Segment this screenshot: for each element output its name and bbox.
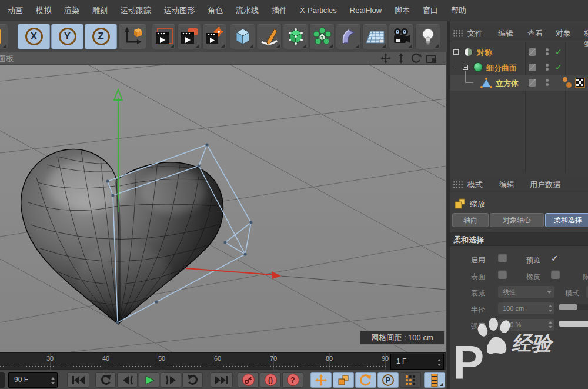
pan-view-icon[interactable] xyxy=(379,53,392,64)
key-parameter-button[interactable]: P xyxy=(377,372,399,388)
preview-checkbox[interactable]: ✓ xyxy=(551,253,559,264)
camera-button[interactable] xyxy=(389,24,414,49)
key-scale-button[interactable] xyxy=(333,372,354,388)
viewport-panel-menu[interactable]: 面板 xyxy=(0,54,14,64)
timeline-ruler[interactable]: 30 40 50 60 70 80 90 1 F xyxy=(0,352,446,370)
go-to-end-button[interactable] xyxy=(211,372,233,388)
object-row-sds[interactable]: 细分曲面 ✓ xyxy=(450,60,588,75)
key-pla-button[interactable] xyxy=(400,372,421,388)
menu-render[interactable]: 渲染 xyxy=(58,0,86,21)
expander-icon[interactable] xyxy=(463,65,468,70)
coordinate-system-button[interactable] xyxy=(118,24,146,49)
object-row-cube[interactable]: 立方体 xyxy=(450,75,588,91)
enabled-check-icon[interactable]: ✓ xyxy=(555,47,562,56)
key-rotation-button[interactable] xyxy=(355,372,376,388)
layer-toggle-icon[interactable] xyxy=(529,64,536,71)
falloff-dropdown[interactable]: 线性 xyxy=(498,286,554,298)
menu-sculpt[interactable]: 雕刻 xyxy=(86,0,114,21)
record-help-button[interactable]: ? xyxy=(282,372,303,388)
om-menu-view[interactable]: 查看 xyxy=(527,28,543,39)
radius-slider[interactable] xyxy=(559,304,588,310)
tab-soft-selection[interactable]: 柔和选择 xyxy=(545,213,588,227)
om-menu-edit[interactable]: 编辑 xyxy=(498,28,513,39)
viewport-panel[interactable]: 面板 xyxy=(0,52,446,352)
expander-icon[interactable] xyxy=(453,49,459,55)
layer-toggle-icon[interactable] xyxy=(529,48,536,56)
strength-slider[interactable] xyxy=(559,321,588,327)
menu-pipeline[interactable]: 流水线 xyxy=(229,0,265,21)
timeline-mode-button[interactable] xyxy=(424,372,445,388)
om-menu-file[interactable]: 文件 xyxy=(467,28,483,39)
axis-x-lock-button[interactable]: X xyxy=(18,24,50,49)
toggle-layout-icon[interactable] xyxy=(425,53,438,64)
menu-script[interactable]: 脚本 xyxy=(388,0,416,21)
play-button[interactable] xyxy=(139,372,159,388)
menu-help[interactable]: 帮助 xyxy=(445,0,473,21)
stepper-icon[interactable] xyxy=(549,305,553,312)
menu-character[interactable]: 角色 xyxy=(201,0,229,21)
enable-checkbox[interactable] xyxy=(498,254,507,262)
tab-object-axis[interactable]: 对象轴心 xyxy=(490,213,544,227)
viewport-canvas[interactable] xyxy=(0,65,446,352)
stepper-icon[interactable] xyxy=(51,377,55,384)
record-scope-button[interactable]: () xyxy=(260,372,281,388)
record-key-button[interactable] xyxy=(238,372,259,388)
axis-z-lock-button[interactable]: Z xyxy=(85,24,117,49)
menu-animation[interactable]: 动画 xyxy=(1,0,29,21)
menu-xparticles[interactable]: X-Particles xyxy=(293,0,343,21)
scale-tool-partial-icon[interactable] xyxy=(0,24,8,49)
eraser-checkbox[interactable] xyxy=(551,270,560,279)
rotate-view-icon[interactable] xyxy=(410,53,423,64)
menu-window[interactable]: 窗口 xyxy=(416,0,445,21)
end-frame-field[interactable]: 90 F xyxy=(8,372,58,388)
grip-icon[interactable] xyxy=(453,181,463,188)
render-view-button[interactable] xyxy=(152,24,176,49)
visibility-dots-icon[interactable] xyxy=(546,78,549,88)
tab-axis[interactable]: 轴向 xyxy=(452,213,489,227)
zoom-view-icon[interactable] xyxy=(395,53,407,64)
mograph-button[interactable] xyxy=(309,24,335,49)
subdivision-surface-button[interactable] xyxy=(283,24,308,49)
menu-mograph[interactable]: 运动图形 xyxy=(158,0,201,21)
grip-icon[interactable] xyxy=(453,29,463,37)
om-menu-object[interactable]: 对象 xyxy=(556,28,571,39)
am-section-bar[interactable]: 柔和选择 xyxy=(450,232,588,246)
menu-simulate[interactable]: 模拟 xyxy=(29,0,58,21)
primitive-cube-button[interactable] xyxy=(230,24,255,49)
stepper-icon[interactable] xyxy=(437,359,442,366)
next-key-button[interactable] xyxy=(182,372,203,388)
render-picture-viewer-button[interactable] xyxy=(177,24,201,49)
object-label[interactable]: 对称 xyxy=(477,48,492,58)
light-button[interactable] xyxy=(415,24,440,49)
previous-key-button[interactable] xyxy=(95,372,116,388)
menu-motion-tracker[interactable]: 运动跟踪 xyxy=(114,0,158,21)
render-settings-button[interactable] xyxy=(202,24,226,49)
texture-tag-icon[interactable] xyxy=(575,78,585,88)
visibility-dots-icon[interactable] xyxy=(546,62,549,72)
menu-realflow[interactable]: RealFlow xyxy=(343,0,388,21)
tag-dot-icon-2[interactable] xyxy=(566,82,572,88)
object-label[interactable]: 立方体 xyxy=(496,78,519,89)
am-menu-userdata[interactable]: 用户数据 xyxy=(530,179,560,190)
stepper-icon[interactable] xyxy=(549,321,553,328)
go-to-start-button[interactable] xyxy=(67,372,89,388)
menu-plugins[interactable]: 插件 xyxy=(265,0,293,21)
strength-field[interactable]: 100 % xyxy=(498,319,554,331)
axis-y-lock-button[interactable]: Y xyxy=(51,24,83,49)
floor-environment-button[interactable] xyxy=(362,24,387,49)
spline-pen-button[interactable] xyxy=(256,24,282,49)
visibility-dots-icon[interactable] xyxy=(546,47,549,57)
am-menu-mode[interactable]: 模式 xyxy=(467,179,483,190)
next-frame-button[interactable] xyxy=(161,372,181,388)
deformer-button[interactable] xyxy=(336,24,361,49)
current-frame-field[interactable]: 1 F xyxy=(390,354,444,370)
am-menu-edit[interactable]: 编辑 xyxy=(499,179,514,190)
previous-frame-button[interactable] xyxy=(117,372,138,388)
radius-field[interactable]: 100 cm xyxy=(498,302,554,314)
surface-checkbox[interactable] xyxy=(498,270,507,279)
object-label[interactable]: 细分曲面 xyxy=(486,63,517,74)
layer-toggle-icon[interactable] xyxy=(529,79,536,87)
enabled-check-icon[interactable]: ✓ xyxy=(555,62,562,72)
tag-dot-icon[interactable] xyxy=(563,77,567,82)
object-row-symmetry[interactable]: 对称 ✓ xyxy=(450,45,588,60)
